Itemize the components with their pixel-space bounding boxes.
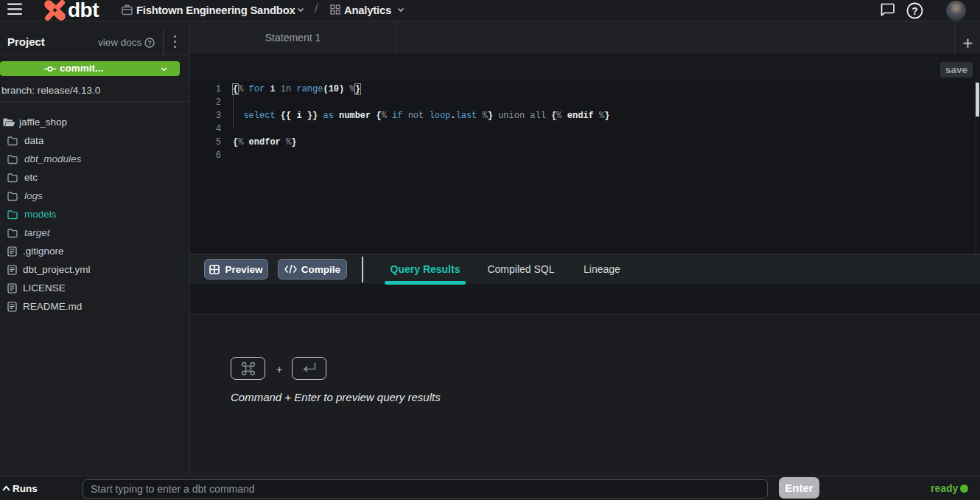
- svg-text:?: ?: [911, 5, 918, 17]
- svg-text:?: ?: [147, 39, 152, 46]
